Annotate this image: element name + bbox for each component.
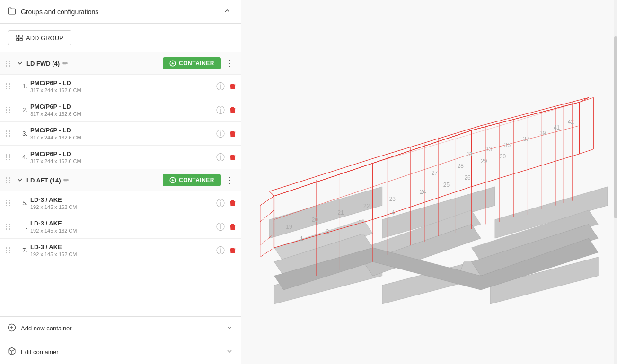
svg-text:4: 4 bbox=[392, 209, 395, 216]
list-item: . LD-3 / AKE 192 x 145 x 162 CM ⓘ bbox=[0, 215, 241, 238]
group-ld-aft: LD AFT (14) ✏ CONTAINER ⋮ 5. bbox=[0, 169, 241, 262]
collapse-group-ld-fwd[interactable] bbox=[15, 58, 25, 69]
collapse-button[interactable] bbox=[221, 5, 233, 18]
delete-button-item-6[interactable] bbox=[229, 223, 237, 231]
svg-marker-84 bbox=[260, 196, 274, 222]
add-new-container-row[interactable]: Add new container bbox=[0, 317, 241, 340]
panel-header: Groups and configurations bbox=[0, 0, 241, 24]
svg-text:33: 33 bbox=[485, 146, 492, 153]
left-panel: Groups and configurations ADD GROUP bbox=[0, 0, 241, 364]
info-button-item-3[interactable]: ⓘ bbox=[216, 130, 225, 138]
svg-text:24: 24 bbox=[420, 189, 426, 195]
svg-text:42: 42 bbox=[568, 119, 574, 125]
edit-container-row[interactable]: Edit container bbox=[0, 340, 241, 364]
svg-rect-1 bbox=[20, 35, 22, 37]
drag-handle-ld-fwd[interactable] bbox=[4, 61, 13, 67]
item-actions-1: ⓘ bbox=[216, 82, 237, 91]
delete-button-item-3[interactable] bbox=[229, 130, 237, 138]
svg-text:29: 29 bbox=[481, 158, 487, 165]
drag-handle-item-2[interactable] bbox=[6, 107, 11, 113]
folder-icon bbox=[8, 7, 16, 17]
add-container-ld-fwd-button[interactable]: CONTAINER bbox=[163, 57, 221, 69]
item-number-2: 2. bbox=[16, 106, 27, 113]
drag-handle-item-4[interactable] bbox=[6, 154, 11, 160]
item-actions-3: ⓘ bbox=[216, 130, 237, 138]
item-number-5: 5. bbox=[16, 199, 27, 207]
collapse-group-ld-aft[interactable] bbox=[15, 175, 25, 186]
drag-handle-item-5[interactable] bbox=[6, 200, 11, 206]
delete-button-item-7[interactable] bbox=[229, 246, 237, 255]
svg-text:25: 25 bbox=[443, 182, 450, 188]
drag-handle-item-1[interactable] bbox=[6, 83, 11, 89]
item-info-7: LD-3 / AKE 192 x 145 x 162 CM bbox=[30, 243, 213, 257]
drag-handle-item-6[interactable] bbox=[6, 224, 11, 230]
drag-handle-item-3[interactable] bbox=[6, 130, 11, 137]
list-item: 2. PMC/P6P - LD 317 x 244 x 162.6 CM ⓘ bbox=[0, 98, 241, 121]
list-item: 3. PMC/P6P - LD 317 x 244 x 162.6 CM ⓘ bbox=[0, 121, 241, 145]
scrollbar-thumb[interactable] bbox=[614, 36, 617, 218]
scrollbar-track[interactable] bbox=[614, 0, 617, 364]
add-group-button[interactable]: ADD GROUP bbox=[8, 30, 71, 45]
item-actions-5: ⓘ bbox=[216, 199, 237, 208]
item-info-3: PMC/P6P - LD 317 x 244 x 162.6 CM bbox=[30, 127, 213, 140]
delete-button-item-5[interactable] bbox=[229, 199, 237, 208]
svg-text:41: 41 bbox=[554, 124, 560, 131]
chevron-down-icon-edit bbox=[226, 347, 233, 356]
svg-text:28: 28 bbox=[458, 163, 464, 169]
svg-text:3: 3 bbox=[359, 219, 362, 225]
edit-group-name-ld-fwd-icon[interactable]: ✏ bbox=[62, 60, 68, 67]
cube-icon bbox=[8, 347, 16, 357]
panel-header-left: Groups and configurations bbox=[8, 7, 98, 17]
item-number-7: 7. bbox=[16, 247, 27, 254]
edit-container-label: Edit container bbox=[21, 348, 221, 355]
list-item: 5. LD-3 / AKE 192 x 145 x 162 CM ⓘ bbox=[0, 191, 241, 215]
svg-text:20: 20 bbox=[312, 217, 318, 223]
info-button-item-7[interactable]: ⓘ bbox=[216, 246, 225, 255]
group-header-ld-fwd: LD FWD (4) ✏ CONTAINER ⋮ bbox=[0, 52, 241, 74]
svg-text:27: 27 bbox=[432, 170, 438, 176]
add-container-ld-aft-button[interactable]: CONTAINER bbox=[163, 174, 221, 186]
more-options-ld-fwd-button[interactable]: ⋮ bbox=[223, 57, 237, 69]
item-number-6: . bbox=[16, 223, 27, 230]
drag-handle-item-7[interactable] bbox=[6, 247, 11, 253]
drag-handle-ld-aft[interactable] bbox=[6, 177, 11, 183]
info-button-item-6[interactable]: ⓘ bbox=[216, 223, 225, 231]
add-new-container-label: Add new container bbox=[21, 325, 221, 332]
item-number-1: 1. bbox=[16, 83, 27, 90]
group-ld-fwd: LD FWD (4) ✏ CONTAINER ⋮ 1. bbox=[0, 52, 241, 169]
info-button-item-1[interactable]: ⓘ bbox=[216, 82, 225, 91]
svg-text:23: 23 bbox=[389, 196, 396, 202]
svg-text:22: 22 bbox=[363, 203, 370, 209]
aircraft-svg: .floor { fill: #d0d0d0; stroke: #999; st… bbox=[241, 0, 617, 364]
svg-text:30: 30 bbox=[500, 153, 506, 160]
svg-rect-2 bbox=[20, 38, 22, 41]
info-button-item-2[interactable]: ⓘ bbox=[216, 106, 225, 114]
svg-line-81 bbox=[373, 102, 580, 163]
svg-text:35: 35 bbox=[504, 142, 511, 148]
svg-text:39: 39 bbox=[539, 130, 546, 137]
right-panel-viz: .floor { fill: #d0d0d0; stroke: #999; st… bbox=[241, 0, 617, 364]
panel-title: Groups and configurations bbox=[21, 8, 98, 16]
info-button-item-5[interactable]: ⓘ bbox=[216, 199, 225, 208]
svg-text:37: 37 bbox=[523, 136, 530, 142]
more-options-ld-aft-button[interactable]: ⋮ bbox=[223, 174, 237, 186]
delete-button-item-2[interactable] bbox=[229, 106, 237, 114]
svg-text:1: 1 bbox=[300, 235, 303, 242]
item-actions-7: ⓘ bbox=[216, 246, 237, 255]
item-actions-2: ⓘ bbox=[216, 106, 237, 114]
svg-text:31: 31 bbox=[467, 151, 473, 157]
svg-rect-0 bbox=[17, 35, 19, 37]
edit-group-name-ld-aft-icon[interactable]: ✏ bbox=[63, 176, 69, 184]
item-number-3: 3. bbox=[16, 130, 27, 137]
bottom-section: Add new container Edit container bbox=[0, 316, 241, 364]
svg-text:21: 21 bbox=[337, 209, 344, 216]
add-group-label: ADD GROUP bbox=[26, 35, 63, 42]
svg-marker-30 bbox=[471, 102, 579, 187]
svg-rect-3 bbox=[17, 38, 19, 41]
delete-button-item-4[interactable] bbox=[229, 153, 237, 162]
delete-button-item-1[interactable] bbox=[229, 82, 237, 91]
group-name-ld-fwd: LD FWD (4) ✏ bbox=[26, 60, 161, 67]
svg-marker-83 bbox=[580, 97, 594, 154]
info-button-item-4[interactable]: ⓘ bbox=[216, 153, 225, 162]
aircraft-visualization: .floor { fill: #d0d0d0; stroke: #999; st… bbox=[241, 0, 617, 364]
